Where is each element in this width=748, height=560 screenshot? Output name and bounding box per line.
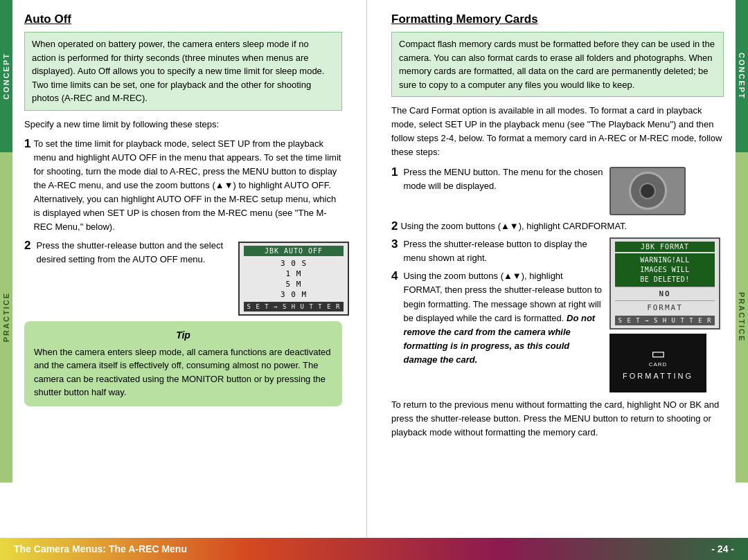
auto-off-title-area: Auto Off bbox=[24, 12, 342, 26]
footer-left-text: The Camera Menus: The A-REC Menu bbox=[14, 543, 187, 554]
format-menu-title: JBK FORMAT bbox=[615, 242, 715, 252]
formatting-step1-content: 1 Press the MENU button. The menu for th… bbox=[391, 165, 604, 193]
footer-right-text: - 24 - bbox=[711, 543, 734, 554]
f-step2-text: Using the zoom buttons (▲▼), highlight C… bbox=[400, 219, 724, 233]
formatting-step1: 1 Press the MENU button. The menu for th… bbox=[391, 165, 724, 215]
practice-label-text: PRACTICE bbox=[2, 292, 10, 342]
auto-off-menu: JBK AUTO OFF 3 0 S 1 M 5 M 3 0 M S E T →… bbox=[238, 242, 349, 316]
practice-label-left: PRACTICE bbox=[0, 152, 12, 482]
formatting-concept-box: Compact flash memory cards must be forma… bbox=[391, 32, 724, 97]
practice-label-right: PRACTICE bbox=[736, 152, 748, 482]
card-icon: ▭ bbox=[651, 346, 666, 361]
auto-off-practice-intro: Specify a new time limit by following th… bbox=[24, 118, 342, 132]
formatting-concept-text: Compact flash memory cards must be forma… bbox=[399, 39, 715, 90]
left-col-inner: Auto Off When operated on battery power,… bbox=[24, 12, 342, 406]
main-content: CONCEPT PRACTICE Auto Off When operated … bbox=[0, 0, 748, 538]
warn-line1: WARNING!ALL bbox=[640, 256, 690, 264]
auto-off-title: Auto Off bbox=[24, 12, 342, 26]
f-step3-text: Press the shutter-release button to disp… bbox=[403, 237, 604, 265]
page-container: CONCEPT PRACTICE Auto Off When operated … bbox=[0, 0, 748, 560]
formatting-text: FORMATTING bbox=[623, 372, 693, 380]
formatting-step3-text-area: 3 Press the shutter-release button to di… bbox=[391, 237, 604, 392]
step2-menu-image: JBK AUTO OFF 3 0 S 1 M 5 M 3 0 M S E T →… bbox=[238, 239, 342, 316]
right-column: CONCEPT PRACTICE Formatting Memory Cards… bbox=[367, 0, 748, 538]
format-warning-menu: JBK FORMAT WARNING!ALL IMAGES WILL BE DE… bbox=[609, 237, 720, 329]
auto-off-step1: 1 To set the time limit for playback mod… bbox=[24, 137, 342, 235]
auto-off-step2: 2 Press the shutter-release button and t… bbox=[24, 239, 342, 316]
step2-left: 2 Press the shutter-release button and t… bbox=[24, 239, 231, 267]
formatting-step3: 3 Press the shutter-release button to di… bbox=[391, 237, 724, 392]
menu-row-2: 1 M bbox=[244, 269, 344, 279]
step2-number: 2 bbox=[24, 239, 30, 267]
formatting-step1-text-area: 1 Press the MENU button. The menu for th… bbox=[391, 165, 604, 215]
formatting-title-area: Formatting Memory Cards bbox=[391, 12, 724, 26]
step1-text: To set the time limit for playback mode,… bbox=[33, 137, 342, 235]
formatting-practice-intro: The Card Format option is available in a… bbox=[391, 104, 724, 160]
camera-lens-core bbox=[639, 183, 656, 199]
right-col-inner: Formatting Memory Cards Compact flash me… bbox=[391, 12, 724, 440]
concept-label-right-text: CONCEPT bbox=[738, 53, 746, 100]
camera-photo bbox=[609, 167, 686, 215]
formatting-step4-content: 4 Using the zoom buttons (▲▼), highlight… bbox=[391, 269, 604, 367]
auto-off-concept-box: When operated on battery power, the came… bbox=[24, 32, 342, 111]
concept-label-text: CONCEPT bbox=[2, 53, 10, 100]
auto-off-concept-text: When operated on battery power, the came… bbox=[32, 39, 324, 103]
menu-row-3: 5 M bbox=[244, 279, 344, 289]
camera-photo-area bbox=[609, 165, 724, 215]
f-step4-text: Using the zoom buttons (▲▼), highlight F… bbox=[403, 269, 604, 367]
formatting-step3-content: 3 Press the shutter-release button to di… bbox=[391, 237, 604, 265]
formatting-title: Formatting Memory Cards bbox=[391, 12, 724, 26]
card-label: CARD bbox=[649, 361, 668, 368]
practice-label-right-text: PRACTICE bbox=[738, 292, 746, 342]
tip-title: Tip bbox=[34, 328, 332, 343]
concept-label-left: CONCEPT bbox=[0, 0, 12, 152]
menu-title: JBK AUTO OFF bbox=[244, 246, 344, 256]
menu-footer: S E T → S H U T T E R bbox=[244, 302, 344, 311]
f-step2-number: 2 bbox=[391, 219, 398, 233]
camera-lens bbox=[629, 172, 667, 210]
step2-content: 2 Press the shutter-release button and t… bbox=[24, 239, 231, 267]
format-warning-text: WARNING!ALL IMAGES WILL BE DELETED! bbox=[615, 253, 715, 287]
menu-row-4: 3 0 M bbox=[244, 289, 344, 300]
format-footer: S E T → S H U T T E R bbox=[615, 316, 715, 325]
format-no-option: NO bbox=[615, 287, 715, 300]
f-step3-number: 3 bbox=[391, 237, 398, 265]
step1-number: 1 bbox=[24, 137, 30, 151]
footer-bar: The Camera Menus: The A-REC Menu - 24 - bbox=[0, 538, 748, 560]
f-step1-number: 1 bbox=[391, 165, 398, 193]
left-column: CONCEPT PRACTICE Auto Off When operated … bbox=[0, 0, 367, 538]
menu-row-1: 3 0 S bbox=[244, 258, 344, 269]
warn-line3: BE DELETED! bbox=[640, 276, 690, 283]
concept-label-right: CONCEPT bbox=[736, 0, 748, 152]
f-step4-number: 4 bbox=[391, 269, 398, 367]
formatting-step2: 2 Using the zoom buttons (▲▼), highlight… bbox=[391, 219, 724, 233]
tip-text: When the camera enters sleep mode, all c… bbox=[34, 347, 331, 398]
step2-text: Press the shutter-release button and the… bbox=[36, 239, 231, 267]
format-menu-img-area: JBK FORMAT WARNING!ALL IMAGES WILL BE DE… bbox=[609, 237, 724, 392]
format-format-option: FORMAT bbox=[615, 300, 715, 314]
tip-box: Tip When the camera enters sleep mode, a… bbox=[24, 321, 342, 406]
warn-line2: IMAGES WILL bbox=[640, 266, 690, 273]
formatting-footer-text: To return to the previous menu without f… bbox=[391, 398, 724, 440]
formatting-screen: ▭ CARD FORMATTING bbox=[609, 334, 706, 392]
f-step1-text: Press the MENU button. The menu for the … bbox=[403, 165, 604, 193]
